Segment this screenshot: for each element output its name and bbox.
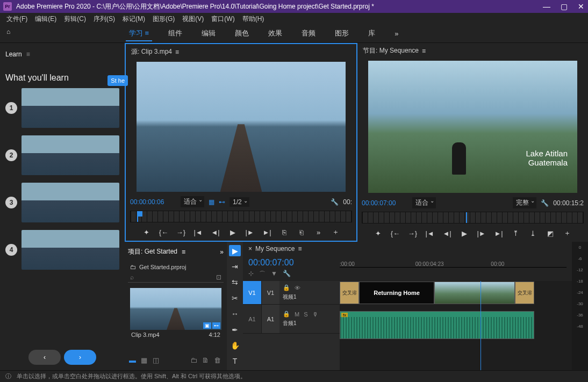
freeform-view-icon[interactable]: ◫ [153, 356, 161, 365]
slip-tool[interactable]: ↔ [229, 308, 241, 320]
panel-overflow[interactable]: » [220, 248, 224, 256]
new-item-icon[interactable]: 🗎 [202, 356, 211, 365]
project-search-input[interactable] [137, 274, 213, 280]
learn-item-2[interactable]: 2 [5, 135, 119, 175]
program-timecode[interactable]: 00:00:07:00 [362, 199, 408, 207]
solo-button[interactable]: S [304, 311, 307, 318]
a1-source-patch[interactable]: A1 [243, 305, 261, 333]
learn-item-3[interactable]: 3 [5, 183, 119, 222]
v1-target[interactable]: V1 [261, 281, 279, 304]
panel-menu-icon[interactable]: ≡ [26, 51, 30, 58]
start-here-tag[interactable]: St he [107, 75, 128, 86]
menu-view[interactable]: 视图(V) [179, 13, 207, 25]
learn-prev-button[interactable]: ‹ [28, 350, 61, 365]
menu-sequence[interactable]: 序列(S) [90, 13, 118, 25]
menu-help[interactable]: 帮助(H) [239, 13, 268, 25]
audio-track-header[interactable]: A1 A1 🔒MS🎙音频1 [243, 305, 340, 334]
learn-next-button[interactable]: › [64, 350, 96, 365]
extract-button[interactable]: ⤓ [527, 228, 539, 239]
mark-out-button[interactable]: →} [407, 228, 419, 239]
ws-tab-effects[interactable]: 效果 [265, 26, 285, 41]
ws-tab-graphics[interactable]: 图形 [332, 26, 352, 41]
menu-edit[interactable]: 编辑(E) [32, 13, 60, 25]
step-back-button[interactable]: ◄| [210, 227, 221, 237]
close-icon[interactable]: × [248, 245, 252, 253]
snap-icon[interactable]: ⊹ [248, 270, 254, 279]
mark-in-button[interactable]: {← [158, 227, 170, 237]
menu-graphics[interactable]: 图形(G) [149, 13, 178, 25]
ws-tab-color[interactable]: 颜色 [232, 26, 252, 41]
panel-menu-icon[interactable]: ≡ [182, 248, 185, 256]
grid-icon[interactable]: ▦ [209, 198, 214, 206]
track-select-tool[interactable]: ⇥ [229, 261, 241, 272]
ripple-edit-tool[interactable]: ⇆ [229, 277, 241, 288]
a1-target[interactable]: A1 [261, 305, 279, 333]
pen-tool[interactable]: ✒ [229, 324, 241, 335]
go-to-out-button[interactable]: ►| [493, 228, 505, 239]
linked-selection-icon[interactable]: ⌒ [259, 270, 266, 279]
source-timecode[interactable]: 00:00:00:06 [130, 198, 176, 206]
selection-tool[interactable]: ▶ [229, 245, 241, 256]
lock-icon[interactable]: 🔒 [283, 311, 290, 318]
transition-clip[interactable]: 交叉溶 [515, 282, 534, 304]
settings-icon[interactable]: 🔧 [331, 198, 339, 206]
lock-icon[interactable]: 🔒 [283, 284, 290, 291]
v1-source-patch[interactable]: V1 [243, 281, 261, 304]
video-clip[interactable] [434, 282, 515, 304]
minimize-button[interactable]: — [543, 3, 550, 10]
insert-button[interactable]: ⎘ [278, 227, 290, 237]
program-fit-dropdown[interactable]: 适合 [412, 197, 436, 208]
source-ruler[interactable] [130, 211, 352, 222]
bin-list-icon[interactable]: ⊡ [216, 273, 221, 281]
maximize-button[interactable]: ▢ [560, 3, 568, 10]
icon-view-icon[interactable]: ▦ [141, 356, 149, 365]
step-back-button[interactable]: ◄| [441, 228, 453, 239]
go-to-in-button[interactable]: |◄ [424, 228, 436, 239]
lift-button[interactable]: ⤒ [510, 228, 522, 239]
trash-icon[interactable]: 🗑 [214, 356, 223, 365]
video-track-header[interactable]: V1 V1 🔒👁视频1 [243, 281, 340, 305]
transport-more[interactable]: » [313, 227, 325, 237]
safe-margins-icon[interactable]: ⊷ [219, 198, 225, 206]
timeline-timecode[interactable]: 00:00:07:00 [248, 256, 340, 270]
home-icon[interactable]: ⌂ [6, 28, 18, 40]
title-clip[interactable]: Returning Home [359, 282, 434, 304]
export-frame-button[interactable]: ◩ [544, 228, 556, 239]
hand-tool[interactable]: ✋ [229, 340, 241, 351]
transition-clip[interactable]: 交叉溶 [340, 282, 359, 304]
eye-icon[interactable]: 👁 [295, 285, 300, 291]
panel-menu-icon[interactable]: ≡ [422, 47, 426, 55]
step-forward-button[interactable]: |► [244, 227, 256, 237]
menu-window[interactable]: 窗口(W) [208, 13, 238, 25]
ws-tab-assembly[interactable]: 组件 [165, 26, 185, 41]
ws-tab-editing[interactable]: 编辑 [198, 26, 219, 41]
source-resolution-dropdown[interactable]: 1/2 [230, 197, 249, 207]
play-button[interactable]: ▶ [227, 227, 239, 237]
source-video[interactable] [137, 62, 346, 192]
go-to-in-button[interactable]: |◄ [192, 227, 204, 237]
mark-in-button[interactable]: {← [390, 228, 401, 239]
learn-item-4[interactable]: 4 [5, 230, 119, 270]
program-video[interactable]: Lake AtitlanGuatemala [368, 61, 577, 193]
list-view-icon[interactable]: ▬ [129, 356, 138, 365]
step-forward-button[interactable]: |► [476, 228, 487, 239]
ws-overflow[interactable]: » [391, 27, 401, 40]
learn-item-1[interactable]: 1 [5, 88, 119, 128]
play-button[interactable]: ▶ [458, 228, 470, 239]
mute-button[interactable]: M [295, 311, 299, 318]
program-quality-dropdown[interactable]: 完整 [513, 197, 536, 208]
mark-out-button[interactable]: →} [175, 227, 187, 237]
menu-clip[interactable]: 剪辑(C) [61, 13, 89, 25]
settings-icon[interactable]: 🔧 [541, 199, 549, 207]
panel-menu-icon[interactable]: ≡ [298, 245, 302, 253]
menu-marker[interactable]: 标记(M) [119, 13, 148, 25]
timeline-clips[interactable]: 交叉溶 Returning Home 交叉溶 fx [340, 281, 572, 370]
type-tool[interactable]: T [229, 356, 241, 367]
voiceover-icon[interactable]: 🎙 [312, 311, 318, 318]
add-marker-button[interactable]: ✦ [141, 227, 153, 237]
ws-tab-libraries[interactable]: 库 [365, 26, 378, 41]
go-to-out-button[interactable]: ►| [261, 227, 273, 237]
ws-tab-learn[interactable]: 学习 ≡ [126, 26, 152, 41]
source-fit-dropdown[interactable]: 适合 [181, 196, 204, 207]
timeline-settings-icon[interactable]: 🔧 [283, 270, 291, 279]
